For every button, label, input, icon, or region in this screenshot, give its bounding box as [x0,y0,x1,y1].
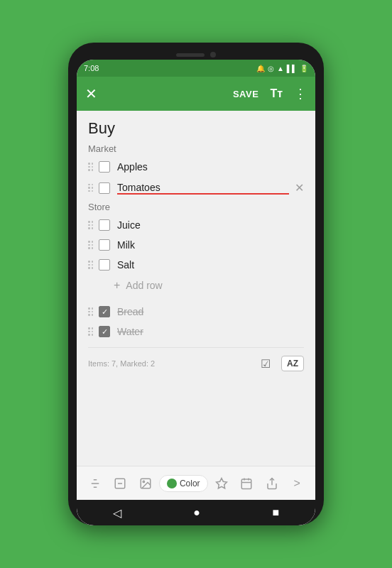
recent-button[interactable]: ■ [273,506,280,519]
location-icon: ◎ [268,65,274,72]
drag-handle[interactable] [88,163,93,171]
bottom-toolbar: Color [77,466,315,500]
checkbox-bread[interactable] [99,306,110,317]
color-label: Color [180,479,200,488]
drag-handle[interactable] [88,327,93,336]
battery-icon: 🔋 [300,65,308,72]
item-text-juice[interactable]: Juice [117,219,304,231]
item-text-apples[interactable]: Apples [117,161,304,173]
status-bar: 7:08 🔔 ◎ ▲ ▌▌ 🔋 [77,60,315,77]
star-button[interactable] [210,472,233,495]
item-text-salt[interactable]: Salt [117,259,304,271]
back-button[interactable]: ◁ [113,506,121,520]
list-item: Salt [88,255,304,275]
notification1-icon: 🔔 [256,65,265,72]
color-button[interactable]: Color [159,475,208,492]
delete-tomatoes-button[interactable]: ✕ [295,181,304,195]
more-toolbar-button[interactable]: > [285,472,308,495]
wifi-icon: ▲ [277,65,284,72]
checked-section: Bread Water [88,302,304,342]
add-row-label: Add row [126,280,162,291]
checkbox-water[interactable] [99,326,110,337]
svg-marker-5 [217,478,227,488]
list-item: Bread [88,302,304,322]
drag-handle[interactable] [88,221,93,229]
svg-point-4 [143,481,144,482]
item-text-water[interactable]: Water [117,326,304,337]
list-item: Juice [88,215,304,235]
drag-handle[interactable] [88,261,93,269]
top-bar: ✕ SAVE Tт ⋮ [77,77,315,111]
list-item: Apples [88,157,304,177]
checkbox-milk[interactable] [99,239,110,251]
drag-handle[interactable] [88,241,93,249]
phone-device: 7:08 🔔 ◎ ▲ ▌▌ 🔋 ✕ SAVE Tт ⋮ Buy Market [68,43,324,525]
phone-notch [77,51,315,60]
items-count-label: Items: 7, Marked: 2 [88,359,155,368]
strikethrough-button[interactable] [84,472,107,495]
add-row-button[interactable]: + Add row [88,275,304,296]
calendar-button[interactable] [235,472,258,495]
phone-camera [210,52,216,58]
signal-icon: ▌▌ [287,65,297,72]
list-item: Milk [88,235,304,255]
checkbox-tomatoes[interactable] [99,182,110,194]
note-title[interactable]: Buy [88,119,304,138]
drag-handle[interactable] [88,184,93,192]
sort-az-button[interactable]: AZ [281,356,304,371]
nav-bar: ◁ ● ■ [77,500,315,525]
checkbox-button[interactable] [109,472,131,495]
phone-screen: 7:08 🔔 ◎ ▲ ▌▌ 🔋 ✕ SAVE Tт ⋮ Buy Market [77,60,315,525]
checkbox-salt[interactable] [99,259,110,271]
checkbox-apples[interactable] [99,161,110,173]
home-button[interactable]: ● [193,506,200,519]
save-button[interactable]: SAVE [233,89,258,99]
add-icon: + [114,279,120,292]
share-button[interactable] [261,472,283,495]
mark-all-button[interactable]: ☑ [256,354,276,373]
section-label-store: Store [88,202,304,212]
font-button[interactable]: Tт [270,87,283,100]
close-button[interactable]: ✕ [85,85,97,102]
status-icons: 🔔 ◎ ▲ ▌▌ 🔋 [256,65,308,72]
svg-rect-6 [242,479,252,489]
image-button[interactable] [134,472,157,495]
item-text-milk[interactable]: Milk [117,239,304,251]
item-text-tomatoes[interactable]: Tomatoes [117,182,289,195]
drag-handle[interactable] [88,307,93,316]
status-time: 7:08 [84,64,99,72]
list-item: Tomatoes ✕ [88,177,304,199]
note-content: Buy Market Apples [77,111,315,466]
items-status-bar: Items: 7, Marked: 2 ☑ AZ [88,347,304,379]
item-text-bread[interactable]: Bread [117,306,304,317]
checkbox-juice[interactable] [99,219,110,231]
list-item: Water [88,322,304,342]
color-circle [167,479,177,488]
more-button[interactable]: ⋮ [294,86,307,102]
phone-speaker [176,53,205,57]
items-actions: ☑ AZ [256,354,304,373]
section-label-market: Market [88,143,304,154]
